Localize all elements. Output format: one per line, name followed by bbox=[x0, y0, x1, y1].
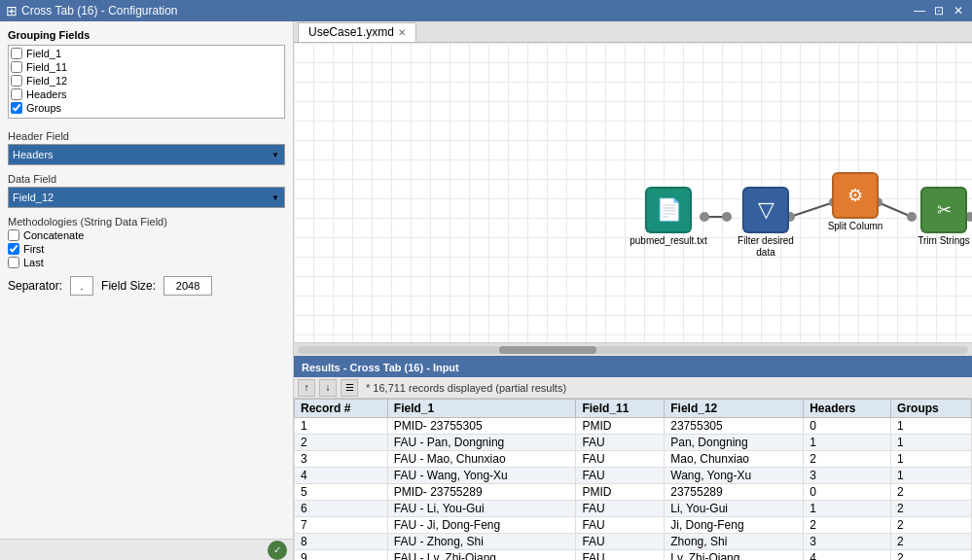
checkbox-headers-label: Headers bbox=[26, 88, 67, 100]
table-cell: Pan, Dongning bbox=[665, 435, 804, 451]
table-cell: FAU - Li, You-Gui bbox=[387, 501, 576, 517]
table-cell: 1 bbox=[891, 451, 972, 468]
table-cell: Ji, Dong-Feng bbox=[665, 517, 804, 534]
checkbox-first-label: First bbox=[23, 243, 44, 255]
table-cell: FAU bbox=[576, 534, 665, 550]
grouping-fields-title: Grouping Fields bbox=[8, 29, 285, 41]
checkbox-field11-input[interactable] bbox=[11, 61, 22, 73]
table-cell: FAU - Mao, Chunxiao bbox=[387, 451, 576, 468]
table-cell: 2 bbox=[804, 451, 891, 468]
table-cell: FAU - Pan, Dongning bbox=[387, 435, 576, 451]
table-cell: FAU - Lv, Zhi-Qiang bbox=[387, 550, 576, 561]
table-row: 1PMID- 23755305PMID2375530501 bbox=[295, 418, 972, 435]
table-cell: Mao, Chunxiao bbox=[665, 451, 804, 468]
col-field1: Field_1 bbox=[387, 400, 576, 418]
title-bar: ⊞ Cross Tab (16) - Configuration — ⊡ ✕ bbox=[0, 0, 972, 21]
table-cell: 23755289 bbox=[665, 484, 804, 501]
sort-desc-button[interactable]: ↓ bbox=[319, 379, 337, 397]
data-field-dropdown[interactable]: Field_12 bbox=[8, 187, 285, 208]
checkbox-headers: Headers bbox=[11, 88, 282, 100]
results-toolbar: ↑ ↓ ☰ * 16,711 records displayed (partia… bbox=[294, 377, 972, 399]
field-size-label: Field Size: bbox=[101, 279, 156, 293]
check-icon[interactable]: ✓ bbox=[268, 541, 287, 560]
checkbox-field11: Field_11 bbox=[11, 61, 282, 73]
separator-input[interactable] bbox=[70, 276, 93, 296]
col-field11: Field_11 bbox=[576, 400, 665, 418]
node-trim[interactable]: ✂ Trim Strings bbox=[905, 187, 972, 247]
table-cell: 23755305 bbox=[665, 418, 804, 435]
col-groups: Groups bbox=[891, 400, 972, 418]
results-table-wrapper[interactable]: Record # Field_1 Field_11 Field_12 Heade… bbox=[294, 399, 972, 560]
table-cell: 2 bbox=[804, 517, 891, 534]
checkbox-field1-input[interactable] bbox=[11, 48, 22, 59]
col-headers: Headers bbox=[804, 400, 891, 418]
checkbox-first-input[interactable] bbox=[8, 243, 19, 255]
record-count: * 16,711 records displayed (partial resu… bbox=[366, 382, 566, 394]
separator-label: Separator: bbox=[8, 279, 62, 293]
table-cell: 9 bbox=[295, 550, 388, 561]
table-cell: 4 bbox=[804, 550, 891, 561]
table-cell: FAU - Wang, Yong-Xu bbox=[387, 468, 576, 484]
sort-asc-button[interactable]: ↑ bbox=[298, 379, 315, 397]
table-cell: 4 bbox=[295, 468, 388, 484]
checkbox-field12: Field_12 bbox=[11, 75, 282, 87]
header-field-label: Header Field bbox=[8, 130, 285, 142]
pin-button[interactable]: — bbox=[912, 4, 927, 18]
data-field-section: Data Field Field_12 bbox=[8, 173, 285, 208]
table-cell: FAU bbox=[576, 451, 665, 468]
table-cell: 0 bbox=[804, 484, 891, 501]
table-row: 2FAU - Pan, DongningFAUPan, Dongning11 bbox=[295, 435, 972, 451]
hscroll-thumb[interactable] bbox=[499, 346, 596, 354]
checkbox-groups-input[interactable] bbox=[11, 102, 22, 114]
results-header: Results - Cross Tab (16) - Input bbox=[294, 358, 972, 377]
node-filter[interactable]: ▽ Filter desired data bbox=[727, 187, 805, 259]
node-filter-icon: ▽ bbox=[742, 187, 789, 233]
table-row: 8FAU - Zhong, ShiFAUZhong, Shi32 bbox=[295, 534, 972, 550]
title-bar-left: ⊞ Cross Tab (16) - Configuration bbox=[6, 3, 178, 18]
col-field12: Field_12 bbox=[665, 400, 804, 418]
checkbox-field11-label: Field_11 bbox=[26, 61, 67, 73]
pin2-button[interactable]: ⊡ bbox=[931, 4, 947, 18]
results-area: Results - Cross Tab (16) - Input ↑ ↓ ☰ *… bbox=[294, 356, 972, 560]
col-record: Record # bbox=[295, 400, 388, 418]
checkbox-headers-input[interactable] bbox=[11, 88, 22, 100]
checkbox-concatenate-input[interactable] bbox=[8, 229, 19, 241]
canvas-hscrollbar[interactable] bbox=[294, 342, 972, 356]
node-split[interactable]: ⚙ Split Column bbox=[816, 172, 894, 232]
window-title: Cross Tab (16) - Configuration bbox=[21, 4, 178, 18]
table-cell: 3 bbox=[295, 451, 388, 468]
table-cell: 2 bbox=[295, 435, 388, 451]
node-pubmed-icon: 📄 bbox=[645, 187, 692, 233]
list-view-button[interactable]: ☰ bbox=[341, 379, 358, 397]
close-button[interactable]: ✕ bbox=[951, 4, 966, 18]
checkbox-last-label: Last bbox=[23, 257, 44, 268]
header-field-dropdown-wrapper: Headers bbox=[8, 144, 285, 165]
table-cell: 1 bbox=[295, 418, 388, 435]
table-cell: PMID bbox=[576, 484, 665, 501]
checkbox-field12-input[interactable] bbox=[11, 75, 22, 87]
table-cell: 3 bbox=[804, 468, 891, 484]
node-pubmed[interactable]: 📄 pubmed_result.txt bbox=[630, 187, 707, 247]
workflow-canvas-area[interactable]: Crosstab based on Headers and Groups 📄 p… bbox=[294, 43, 972, 342]
table-cell: PMID- 23755305 bbox=[387, 418, 576, 435]
table-cell: PMID- 23755289 bbox=[387, 484, 576, 501]
table-row: 6FAU - Li, You-GuiFAULi, You-Gui12 bbox=[295, 501, 972, 517]
table-cell: 1 bbox=[891, 418, 972, 435]
checkbox-first: First bbox=[8, 243, 285, 255]
tab-close-icon[interactable]: ✕ bbox=[398, 27, 406, 38]
table-cell: 2 bbox=[891, 484, 972, 501]
results-table: Record # Field_1 Field_11 Field_12 Heade… bbox=[294, 399, 972, 560]
table-cell: 6 bbox=[295, 501, 388, 517]
field-size-input[interactable] bbox=[163, 276, 212, 296]
header-field-dropdown[interactable]: Headers bbox=[8, 144, 285, 165]
node-split-label: Split Column bbox=[828, 221, 883, 232]
tab-usecase[interactable]: UseCase1.yxmd ✕ bbox=[298, 22, 416, 42]
table-row: 7FAU - Ji, Dong-FengFAUJi, Dong-Feng22 bbox=[295, 517, 972, 534]
app-icon: ⊞ bbox=[6, 3, 18, 18]
node-pubmed-label: pubmed_result.txt bbox=[630, 235, 707, 247]
checkbox-last-input[interactable] bbox=[8, 257, 19, 268]
table-cell: Li, You-Gui bbox=[665, 501, 804, 517]
node-split-icon: ⚙ bbox=[832, 172, 879, 219]
table-row: 3FAU - Mao, ChunxiaoFAUMao, Chunxiao21 bbox=[295, 451, 972, 468]
table-cell: 5 bbox=[295, 484, 388, 501]
